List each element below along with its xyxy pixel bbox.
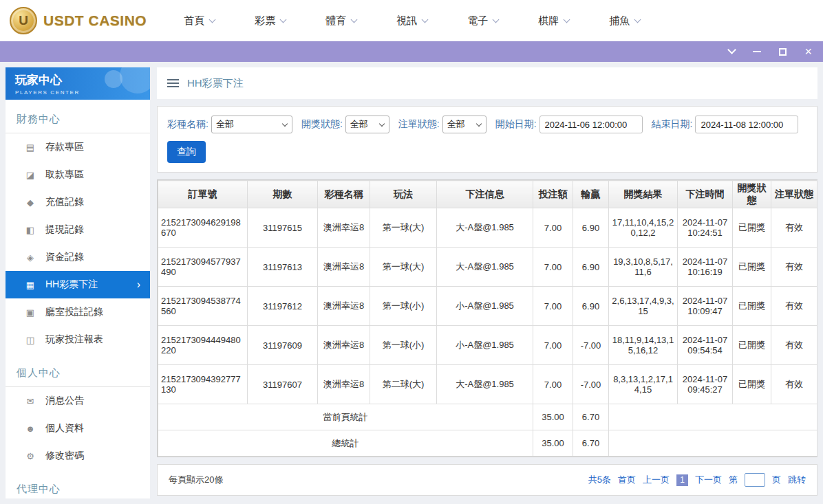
funds-record-icon: ◈	[25, 252, 36, 263]
sidebar-item-withdraw[interactable]: ◪ 取款專區	[6, 161, 150, 188]
draw-status-select-value: 全部	[350, 118, 368, 131]
sidebar-item-deposit[interactable]: ▤ 存款專區	[6, 133, 150, 161]
summary-total-label: 總統計	[158, 430, 533, 457]
summary-current-label: 當前頁統計	[158, 404, 533, 430]
withdraw-record-icon: ◧	[25, 225, 36, 235]
deposit-icon: ▤	[25, 142, 36, 153]
chevron-down-icon	[209, 16, 216, 23]
jump-prefix-text: 第	[729, 474, 738, 486]
cell-time: 2024-11-07 09:45:27	[678, 365, 733, 404]
search-button[interactable]: 查詢	[167, 141, 206, 163]
cell-bet-info: 小-A盤@1.985	[437, 287, 533, 326]
cell-result: 2,6,13,17,4,9,3,15	[609, 287, 678, 326]
jump-suffix-text: 页	[772, 474, 781, 486]
logo[interactable]: U USDT CASINO	[10, 7, 147, 34]
cell-draw-status: 已開獎	[733, 208, 771, 248]
logo-text: USDT CASINO	[43, 12, 147, 29]
sidebar-item-label: 取款專區	[45, 168, 84, 181]
sidebar-item-change-password[interactable]: ⚙ 修改密碼	[6, 442, 150, 470]
col-header-order-status: 注單狀態	[771, 181, 817, 208]
cell-time: 2024-11-07 10:24:51	[678, 208, 733, 248]
breadcrumb: HH彩票下注	[157, 67, 817, 99]
sidebar-item-announcements[interactable]: ✉ 消息公告	[6, 387, 150, 415]
cell-result: 8,3,13,1,2,17,14,15	[609, 365, 678, 404]
start-date-input[interactable]	[539, 116, 643, 133]
menu-icon[interactable]	[167, 79, 179, 87]
table-row: 2152173094577937490 31197613 澳洲幸运8 第一球(大…	[158, 248, 817, 287]
cell-result: 19,3,10,8,5,17,11,6	[609, 248, 678, 287]
minimize-button[interactable]	[753, 51, 761, 52]
col-header-amount: 投注額	[533, 181, 573, 208]
cell-draw-status: 已開獎	[733, 248, 771, 287]
sidebar-item-hh-lottery-bet[interactable]: ▦ HH彩票下注	[6, 271, 150, 298]
summary-current-amount: 35.00	[533, 404, 573, 430]
order-status-select[interactable]: 全部	[442, 116, 487, 133]
nav-item-boardgames[interactable]: 棋牌	[538, 14, 569, 28]
bets-table-panel: 訂單號 期數 彩種名稱 玩法 下注信息 投注額 輸贏 開獎結果 下注時間 開獎狀…	[157, 179, 817, 457]
summary-row-total: 總統計 35.00 6.70	[158, 430, 817, 457]
collapse-icon[interactable]	[728, 45, 737, 54]
nav-item-sports[interactable]: 體育	[325, 14, 356, 28]
sidebar-item-label: 存款專區	[45, 141, 84, 153]
nav-item-label: 捕魚	[609, 14, 630, 28]
lottery-name-select[interactable]: 全部	[211, 116, 292, 133]
end-date-input[interactable]	[695, 116, 798, 133]
logo-coin-icon: U	[10, 7, 37, 34]
current-page-indicator[interactable]: 1	[676, 474, 688, 486]
next-page-link[interactable]: 下一页	[695, 474, 722, 486]
prev-page-link[interactable]: 上一页	[643, 474, 670, 486]
cell-win: -7.00	[573, 365, 609, 404]
sidebar-item-hall-bet-record[interactable]: ▣ 廳室投註記錄	[6, 298, 150, 326]
cell-draw-status: 已開獎	[733, 365, 771, 404]
nav-item-lottery[interactable]: 彩票	[255, 14, 286, 28]
bell-icon: ✉	[25, 396, 36, 406]
sidebar-item-label: 資金記錄	[45, 251, 84, 263]
sidebar-item-funds-record[interactable]: ◈ 資金記錄	[6, 243, 150, 271]
draw-status-select[interactable]: 全部	[345, 116, 389, 133]
nav-item-video[interactable]: 視訊	[396, 14, 427, 28]
summary-total-win: 6.70	[573, 430, 609, 457]
nav-item-label: 首頁	[184, 14, 204, 28]
sidebar-item-label: 修改密碼	[45, 450, 84, 462]
chevron-down-icon	[379, 120, 385, 126]
recharge-record-icon: ◆	[25, 197, 36, 208]
page-title: HH彩票下注	[187, 77, 244, 90]
nav-item-fishing[interactable]: 捕魚	[609, 14, 640, 28]
chevron-down-icon	[282, 120, 288, 126]
sidebar-item-withdraw-record[interactable]: ◧ 提現記錄	[6, 216, 150, 243]
table-row: 2152173094629198670 31197615 澳洲幸运8 第一球(大…	[158, 208, 817, 248]
sidebar-header: 玩家中心 PLAYERS CENTER	[6, 67, 150, 100]
cell-play: 第一球(大)	[370, 208, 437, 248]
sidebar-item-label: 充值記錄	[45, 196, 84, 208]
window-title-bar: ×	[0, 41, 823, 62]
first-page-link[interactable]: 首页	[618, 474, 636, 486]
cell-lottery: 澳洲幸运8	[318, 326, 370, 365]
cell-amount: 7.00	[533, 248, 573, 287]
sidebar-item-player-report[interactable]: ◫ 玩家投注報表	[6, 326, 150, 353]
cell-lottery: 澳洲幸运8	[318, 208, 370, 248]
cell-order-id: 2152173094538774560	[158, 287, 248, 326]
col-header-win: 輸贏	[573, 181, 609, 208]
nav-item-label: 電子	[467, 14, 488, 28]
maximize-button[interactable]	[779, 48, 787, 56]
cell-lottery: 澳洲幸运8	[318, 365, 370, 404]
sidebar-item-recharge-record[interactable]: ◆ 充值記錄	[6, 188, 150, 216]
nav-item-home[interactable]: 首頁	[184, 14, 215, 28]
chevron-down-icon	[280, 16, 287, 23]
close-button[interactable]: ×	[804, 45, 812, 58]
lottery-name-label: 彩種名稱:	[167, 118, 209, 131]
pagination-bar: 每頁顯示20條 共5条 首页 上一页 1 下一页 第 页 跳转	[157, 464, 817, 496]
cell-draw-status: 已開獎	[733, 287, 771, 326]
nav-item-electronic[interactable]: 電子	[467, 14, 498, 28]
jump-page-input[interactable]	[745, 473, 765, 487]
filter-panel: 彩種名稱: 全部 開獎狀態: 全部 注單狀態: 全部	[157, 106, 817, 173]
chevron-down-icon	[564, 16, 570, 23]
bets-table: 訂單號 期數 彩種名稱 玩法 下注信息 投注額 輸贏 開獎結果 下注時間 開獎狀…	[158, 180, 817, 457]
table-row: 2152173094538774560 31197612 澳洲幸运8 第一球(小…	[158, 287, 817, 326]
cell-period: 31197615	[248, 208, 318, 248]
top-header: U USDT CASINO 首頁 彩票 體育 視訊 電子 棋牌 捕魚	[0, 0, 823, 41]
sidebar-item-profile[interactable]: ☻ 個人資料	[6, 415, 150, 442]
jump-button[interactable]: 跳转	[788, 474, 806, 486]
cell-amount: 7.00	[533, 208, 573, 248]
col-header-draw-status: 開獎狀態	[733, 181, 771, 208]
